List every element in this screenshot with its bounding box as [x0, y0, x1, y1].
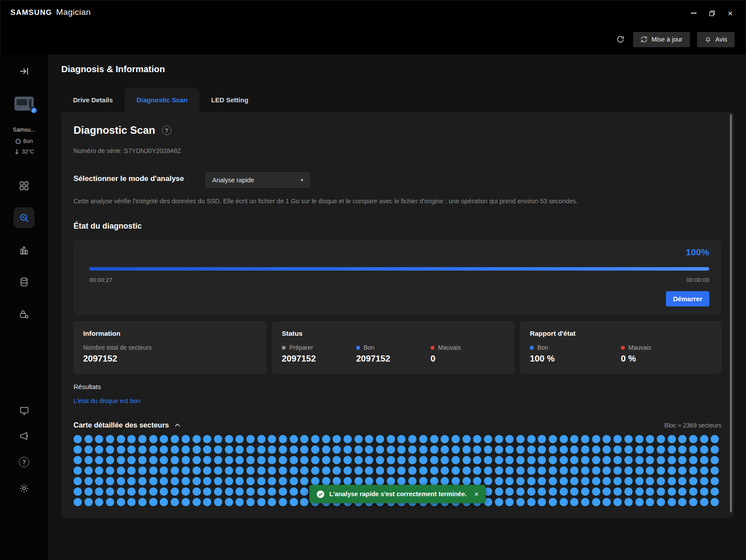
tab-diagnostic-scan[interactable]: Diagnostic Scan — [125, 88, 200, 112]
sector-dot — [74, 466, 82, 475]
sector-dot — [516, 435, 525, 443]
restore-button[interactable] — [705, 7, 719, 19]
sector-dot — [84, 445, 93, 454]
results-heading: Résultats — [74, 383, 101, 390]
sidebar-item-diagnosis[interactable] — [14, 207, 35, 228]
sector-dot — [365, 466, 373, 475]
sector-dot — [182, 498, 190, 506]
sector-dot — [657, 435, 665, 443]
sector-dot — [560, 466, 568, 475]
sector-dot — [171, 487, 179, 496]
status-value: 2097152 — [356, 354, 431, 364]
sector-dot — [516, 466, 525, 475]
refresh-button[interactable] — [615, 34, 626, 45]
sector-dot — [322, 456, 330, 464]
sector-dot — [246, 498, 255, 506]
notice-button[interactable]: Avis — [697, 32, 735, 47]
sector-dot — [84, 466, 93, 475]
sector-dot — [711, 477, 719, 485]
sector-dot — [592, 466, 600, 475]
sector-dot — [203, 487, 211, 496]
sector-dot — [473, 477, 481, 485]
collapse-map-button[interactable] — [175, 423, 180, 427]
sector-dot — [214, 498, 222, 506]
sector-dot — [441, 466, 449, 475]
sector-dot — [613, 435, 622, 443]
sector-dot — [711, 445, 719, 454]
sector-dot — [279, 456, 287, 464]
sector-dot — [279, 487, 287, 496]
sector-dot — [149, 498, 158, 506]
sector-dot — [290, 466, 298, 475]
start-button[interactable]: Démarrer — [666, 291, 709, 306]
sidebar: ✓ Samsu... Bon 32°C — [0, 55, 48, 560]
tab-led-setting[interactable]: LED Setting — [200, 88, 260, 112]
sector-dot — [549, 487, 557, 496]
sector-dot — [700, 456, 708, 464]
sidebar-item-announcements[interactable] — [15, 427, 33, 445]
sector-dot — [203, 456, 211, 464]
sector-dot — [290, 435, 298, 443]
sector-dot — [365, 477, 373, 485]
sidebar-item-settings[interactable] — [15, 479, 33, 497]
minimize-button[interactable] — [686, 7, 700, 19]
sidebar-item-performance[interactable] — [14, 240, 35, 261]
stat-cards: Information Nombre total de secteurs 209… — [74, 321, 721, 374]
sector-dot — [160, 498, 168, 506]
sector-dot — [635, 456, 644, 464]
sector-dot — [441, 445, 449, 454]
sector-dot — [193, 456, 201, 464]
sector-dot — [311, 445, 319, 454]
sector-dot — [257, 435, 266, 443]
help-button[interactable]: ? — [162, 125, 172, 135]
sector-dot — [171, 435, 179, 443]
close-button[interactable]: ✕ — [723, 7, 737, 19]
sector-dot — [333, 435, 341, 443]
sector-dot — [138, 466, 147, 475]
sector-dot — [117, 487, 125, 496]
sector-dot — [235, 435, 244, 443]
sector-dot — [549, 435, 557, 443]
sector-dot — [149, 477, 158, 485]
mode-select[interactable]: Analyse rapide ▾ — [206, 172, 310, 188]
sector-dot — [473, 445, 481, 454]
update-button[interactable]: Mise à jour — [633, 32, 690, 47]
mode-selected-value: Analyse rapide — [212, 177, 301, 184]
sector-dot — [527, 477, 536, 485]
sector-dot — [387, 456, 395, 464]
tab-drive-details[interactable]: Drive Details — [61, 88, 125, 112]
sidebar-item-drive-management[interactable] — [14, 271, 35, 292]
close-icon: ✕ — [728, 10, 733, 17]
sector-dot — [235, 466, 244, 475]
sector-dot — [138, 477, 147, 485]
sidebar-item-help[interactable]: ? — [15, 453, 33, 471]
scrollbar-thumb[interactable] — [730, 114, 732, 512]
sector-dot — [376, 477, 384, 485]
sidebar-item-system[interactable] — [15, 401, 33, 420]
drive-selector[interactable]: ✓ — [12, 94, 36, 113]
sector-dot — [182, 487, 190, 496]
bell-icon — [704, 36, 711, 43]
sector-dot — [214, 477, 222, 485]
sector-dot — [106, 477, 114, 485]
sector-map-header: Carte détaillée des secteurs Bloc ≈ 2369… — [74, 421, 721, 429]
sector-dot — [300, 435, 308, 443]
sector-dot — [581, 466, 589, 475]
sector-dot — [646, 498, 654, 506]
sector-dot — [343, 445, 352, 454]
sidebar-item-security[interactable] — [14, 304, 35, 325]
sector-dot — [635, 435, 644, 443]
sector-dot — [538, 456, 546, 464]
sector-dot — [505, 498, 514, 506]
sector-dot — [711, 487, 719, 496]
sector-dot — [397, 445, 406, 454]
sector-dot — [678, 466, 686, 475]
status-label: Préparer — [289, 344, 313, 351]
refresh-icon — [616, 35, 625, 44]
sector-dot — [419, 466, 427, 475]
sidebar-item-dashboard[interactable] — [14, 175, 35, 196]
collapse-sidebar-button[interactable] — [18, 65, 31, 78]
sector-dot — [516, 456, 525, 464]
sector-dot — [646, 445, 654, 454]
toast-close-button[interactable]: ✕ — [474, 491, 479, 497]
